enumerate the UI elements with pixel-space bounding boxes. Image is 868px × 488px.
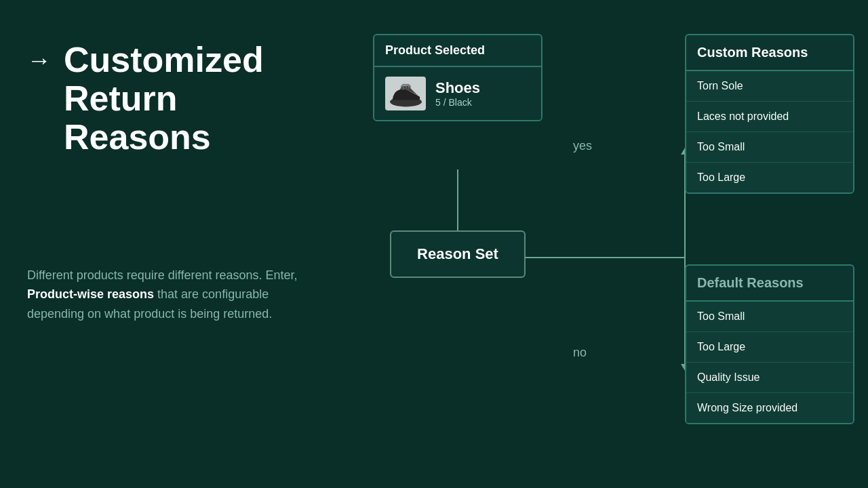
product-name: Shoes xyxy=(435,79,480,97)
description-text: Different products require different rea… xyxy=(27,266,319,324)
default-reason-item-2: Too Large xyxy=(686,332,853,363)
diagram-section: Product Selected Shoes 5 / Black xyxy=(353,34,854,481)
no-label: no xyxy=(573,346,587,360)
main-title: Customized Return Reasons xyxy=(64,41,264,157)
reason-set-box: Reason Set xyxy=(390,230,526,278)
arrow-icon: → xyxy=(27,46,52,75)
default-reason-item-4: Wrong Size provided xyxy=(686,393,853,423)
custom-reason-item-3: Too Small xyxy=(686,132,853,163)
product-item: Shoes 5 / Black xyxy=(374,67,541,120)
default-reason-item-1: Too Small xyxy=(686,302,853,332)
default-reasons-header: Default Reasons xyxy=(686,266,853,302)
default-reasons-box: Default Reasons Too Small Too Large Qual… xyxy=(685,264,854,424)
custom-reason-item-2: Laces not provided xyxy=(686,102,853,132)
left-section: → Customized Return Reasons Different pr… xyxy=(27,0,339,488)
default-reason-item-3: Quality Issue xyxy=(686,363,853,393)
custom-reason-item-4: Too Large xyxy=(686,163,853,192)
custom-reasons-box: Custom Reasons Torn Sole Laces not provi… xyxy=(685,34,854,194)
custom-reason-item-1: Torn Sole xyxy=(686,71,853,102)
title-row: → Customized Return Reasons xyxy=(27,41,339,157)
custom-reasons-header: Custom Reasons xyxy=(686,35,853,71)
yes-label: yes xyxy=(573,139,592,153)
shoe-image xyxy=(385,77,426,110)
product-info: Shoes 5 / Black xyxy=(435,79,480,108)
product-selected-box: Product Selected Shoes 5 / Black xyxy=(373,34,542,121)
product-selected-header: Product Selected xyxy=(374,35,541,67)
product-sub: 5 / Black xyxy=(435,97,480,108)
